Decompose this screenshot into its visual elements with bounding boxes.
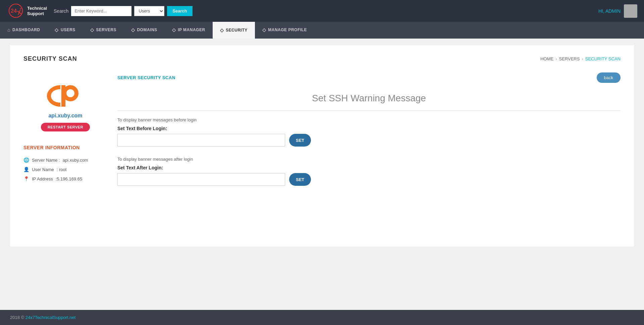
page-title: SECURITY SCAN (23, 55, 77, 62)
server-name-value: api.xuby.com (63, 158, 88, 163)
ip-value: :5.196.169.65 (56, 176, 83, 181)
nav-item-ip-manager[interactable]: ◇ IP MANAGER (165, 22, 213, 39)
user-icon: 👤 (23, 167, 29, 172)
right-content: SERVER SECURITY SCAN back Set SSH Warnin… (117, 72, 621, 196)
left-sidebar: api.xuby.com RESTART SERVER SERVER INFOR… (23, 72, 107, 196)
header-left: 24 x 7 Technical Support Search Users Se… (7, 3, 193, 18)
logo-icon: 24 x 7 (7, 3, 25, 18)
server-info-list: 🌐 Server Name : api.xuby.com 👤 User Name… (23, 155, 107, 183)
domains-icon: ◇ (131, 27, 135, 33)
header: 24 x 7 Technical Support Search Users Se… (0, 0, 644, 22)
section-header: SERVER SECURITY SCAN back (117, 72, 621, 83)
set-after-button[interactable]: SET (289, 173, 311, 186)
location-icon: 📍 (23, 176, 29, 181)
servers-icon: ◇ (90, 27, 94, 33)
before-login-row: SET (117, 134, 621, 147)
before-login-input[interactable] (117, 134, 285, 147)
ip-row: 📍 IP Address :5.196.169.65 (23, 174, 107, 183)
ssh-title: Set SSH Warning Message (117, 93, 621, 104)
before-login-section: To display banner messages before login … (117, 117, 621, 147)
server-name-label: Server Name : (32, 158, 60, 163)
users-icon: ◇ (55, 27, 59, 33)
after-login-input[interactable] (117, 173, 285, 186)
main-content: SECURITY SCAN HOME › SERVERS › SECURITY … (0, 39, 644, 310)
search-input[interactable] (71, 6, 131, 16)
content-wrapper: SECURITY SCAN HOME › SERVERS › SECURITY … (10, 45, 634, 247)
logo-area: 24 x 7 Technical Support (7, 3, 47, 18)
breadcrumb-home: HOME (540, 56, 553, 61)
nav-item-users[interactable]: ◇ USERS (47, 22, 83, 39)
nav-item-servers[interactable]: ◇ SERVERS (83, 22, 124, 39)
footer-link[interactable]: 24x7TechnicalSupport.net (25, 315, 76, 320)
page-header: SECURITY SCAN HOME › SERVERS › SECURITY … (23, 55, 621, 62)
nav-item-dashboard[interactable]: ⌂ DASHBOARD (0, 22, 47, 39)
logo-text: Technical Support (27, 6, 47, 16)
search-button[interactable]: Search (167, 6, 192, 16)
nav-item-manage-profile[interactable]: ◇ MANAGE PROFILE (255, 22, 314, 39)
server-info-title: SERVER INFORMATION (23, 145, 80, 150)
after-login-desc: To display banner messages after login (117, 157, 621, 162)
security-icon: ◇ (220, 28, 224, 33)
section-title: SERVER SECURITY SCAN (117, 75, 175, 80)
two-col-layout: api.xuby.com RESTART SERVER SERVER INFOR… (23, 72, 621, 196)
main-nav: ⌂ DASHBOARD ◇ USERS ◇ SERVERS ◇ DOMAINS … (0, 22, 644, 39)
home-icon: ⌂ (7, 27, 10, 33)
search-area: Search Users Servers Domains Search (54, 6, 193, 16)
search-select[interactable]: Users Servers Domains (134, 6, 164, 16)
username-label: User Name (32, 167, 54, 172)
footer: 2018 © 24x7TechnicalSupport.net (0, 310, 644, 325)
breadcrumb-parent: SERVERS (559, 56, 580, 61)
svg-point-5 (64, 87, 76, 99)
ip-label: IP Address (32, 176, 53, 181)
before-login-desc: To display banner messages before login (117, 117, 621, 122)
after-login-row: SET (117, 173, 621, 186)
avatar (624, 4, 637, 18)
server-domain: api.xuby.com (48, 113, 82, 119)
divider (117, 110, 621, 111)
after-login-section: To display banner messages after login S… (117, 157, 621, 186)
server-name-row: 🌐 Server Name : api.xuby.com (23, 155, 107, 165)
before-login-label: Set Text Before Login: (117, 126, 621, 131)
username-row: 👤 User Name : root (23, 165, 107, 174)
breadcrumb: HOME › SERVERS › SECURITY SCAN (540, 56, 621, 61)
hi-admin-label: Hi, ADMIN (598, 8, 621, 14)
after-login-label: Set Text After Login: (117, 165, 621, 170)
breadcrumb-arrow-2: › (582, 56, 583, 61)
breadcrumb-arrow-1: › (555, 56, 557, 61)
manage-profile-icon: ◇ (262, 27, 266, 33)
globe-icon: 🌐 (23, 157, 29, 163)
footer-copyright: 2018 © (10, 315, 25, 320)
back-button[interactable]: back (597, 72, 621, 83)
nav-item-security[interactable]: ◇ SECURITY (213, 22, 255, 39)
restart-server-button[interactable]: RESTART SERVER (41, 123, 90, 131)
search-label: Search (54, 8, 68, 14)
header-right: Hi, ADMIN (598, 4, 637, 18)
set-before-button[interactable]: SET (289, 134, 311, 147)
nav-item-domains[interactable]: ◇ DOMAINS (124, 22, 165, 39)
svg-text:7: 7 (19, 8, 21, 11)
ip-manager-icon: ◇ (172, 27, 176, 33)
username-value: : root (57, 167, 67, 172)
cpanel-logo (42, 79, 89, 113)
breadcrumb-current: SECURITY SCAN (585, 56, 621, 61)
